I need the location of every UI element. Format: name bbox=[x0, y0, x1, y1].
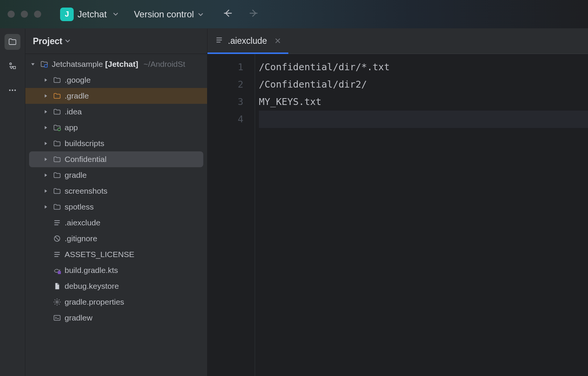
chevron-right-icon[interactable] bbox=[42, 173, 50, 178]
folder-icon bbox=[53, 108, 62, 116]
vcs-selector[interactable]: Version control bbox=[134, 9, 204, 20]
folder-icon bbox=[53, 171, 62, 179]
file-icon bbox=[53, 282, 62, 290]
project-selector[interactable]: J Jetchat bbox=[56, 5, 122, 23]
project-panel-header[interactable]: Project bbox=[25, 29, 207, 54]
tree-item[interactable]: gradle bbox=[25, 167, 207, 183]
tree-root[interactable]: Jetchatsample [Jetchat] ~/AndroidSt bbox=[25, 56, 207, 72]
tree-item[interactable]: gradlew bbox=[25, 310, 207, 326]
tree-item[interactable]: .gradle bbox=[25, 88, 207, 104]
close-icon[interactable] bbox=[275, 36, 281, 46]
tool-strip bbox=[0, 29, 25, 376]
vcs-label: Version control bbox=[134, 9, 194, 20]
editor-tab[interactable]: .aiexclude bbox=[207, 28, 288, 54]
textfile-icon bbox=[53, 250, 62, 259]
svg-rect-1 bbox=[13, 66, 15, 69]
nav-forward-button bbox=[248, 8, 259, 20]
svg-point-3 bbox=[12, 89, 13, 91]
project-tool-button[interactable] bbox=[5, 34, 20, 50]
chevron-right-icon[interactable] bbox=[42, 204, 50, 210]
tree-item-label: buildscripts bbox=[65, 139, 104, 148]
code-line[interactable]: MY_KEYS.txt bbox=[259, 93, 588, 111]
tree-root-path: ~/AndroidSt bbox=[144, 60, 185, 69]
titlebar: J Jetchat Version control bbox=[0, 0, 588, 29]
svg-point-9 bbox=[56, 301, 58, 303]
tree-item[interactable]: Confidential bbox=[29, 151, 203, 167]
tree-item[interactable]: gradle.properties bbox=[25, 294, 207, 310]
nav-arrows bbox=[223, 8, 259, 20]
folder-icon bbox=[53, 203, 62, 211]
svg-rect-8 bbox=[58, 271, 61, 274]
svg-rect-5 bbox=[45, 65, 47, 67]
editor-tabbar: .aiexclude bbox=[207, 29, 588, 54]
tree-item-label: debug.keystore bbox=[65, 282, 119, 291]
tree-item[interactable]: .aiexclude bbox=[25, 215, 207, 231]
tree-item-label: gradlew bbox=[65, 313, 93, 322]
tree-item-label: .aiexclude bbox=[65, 218, 101, 227]
line-number: 1 bbox=[207, 59, 243, 76]
tree-item-label: screenshots bbox=[65, 186, 107, 196]
tree-item[interactable]: app bbox=[25, 120, 207, 136]
line-number: 3 bbox=[207, 93, 243, 111]
tree-item[interactable]: buildscripts bbox=[25, 136, 207, 151]
svg-point-2 bbox=[9, 89, 11, 91]
shell-icon bbox=[53, 314, 62, 322]
tree-item-label: .gitignore bbox=[65, 234, 97, 243]
code-editor[interactable]: 1234 /Confidential/dir/*.txt/Confidentia… bbox=[207, 54, 588, 376]
tree-item[interactable]: .idea bbox=[25, 104, 207, 120]
chevron-down-icon bbox=[198, 9, 204, 20]
tree-item-label: gradle.properties bbox=[65, 297, 124, 307]
svg-point-0 bbox=[10, 63, 12, 65]
tab-filename: .aiexclude bbox=[228, 36, 267, 46]
chevron-right-icon[interactable] bbox=[42, 125, 50, 130]
code-lines[interactable]: /Confidential/dir/*.txt/Confidential/dir… bbox=[255, 54, 588, 376]
chevron-down-icon[interactable] bbox=[29, 62, 37, 67]
module-icon bbox=[53, 123, 62, 132]
traffic-min[interactable] bbox=[21, 11, 28, 18]
window-controls bbox=[8, 11, 41, 18]
chevron-right-icon[interactable] bbox=[42, 188, 50, 194]
tree-item[interactable]: ASSETS_LICENSE bbox=[25, 247, 207, 262]
code-line[interactable]: /Confidential/dir2/ bbox=[259, 76, 588, 93]
chevron-right-icon[interactable] bbox=[42, 141, 50, 146]
folder-icon bbox=[53, 155, 62, 163]
folder-icon bbox=[53, 76, 62, 84]
textfile-icon bbox=[215, 36, 223, 46]
tree-item-label: gradle bbox=[65, 171, 87, 180]
tree-item[interactable]: debug.keystore bbox=[25, 278, 207, 294]
traffic-close[interactable] bbox=[8, 11, 15, 18]
project-tree[interactable]: Jetchatsample [Jetchat] ~/AndroidSt .goo… bbox=[25, 54, 207, 376]
tree-item-label: spotless bbox=[65, 202, 94, 211]
textfile-icon bbox=[53, 219, 62, 227]
line-number: 2 bbox=[207, 76, 243, 93]
folder-icon bbox=[53, 139, 62, 148]
tree-item[interactable]: spotless bbox=[25, 199, 207, 215]
more-tool-button[interactable] bbox=[5, 82, 20, 98]
tree-root-label: Jetchatsample [Jetchat] bbox=[52, 60, 138, 69]
folder-icon bbox=[53, 92, 62, 100]
tree-item-label: ASSETS_LICENSE bbox=[65, 250, 134, 259]
tree-item-label: .google bbox=[65, 76, 91, 85]
tree-item-label: Confidential bbox=[65, 155, 107, 164]
tree-item[interactable]: build.gradle.kts bbox=[25, 262, 207, 278]
svg-point-6 bbox=[58, 128, 60, 131]
svg-rect-10 bbox=[54, 316, 60, 321]
chevron-right-icon[interactable] bbox=[42, 93, 50, 99]
svg-point-4 bbox=[14, 89, 16, 91]
code-line[interactable]: /Confidential/dir/*.txt bbox=[259, 59, 588, 76]
code-line[interactable] bbox=[259, 111, 588, 128]
tree-item[interactable]: screenshots bbox=[25, 183, 207, 199]
chevron-right-icon[interactable] bbox=[42, 157, 50, 162]
structure-tool-button[interactable] bbox=[5, 58, 20, 74]
chevron-down-icon bbox=[65, 37, 71, 46]
chevron-right-icon[interactable] bbox=[42, 77, 50, 83]
traffic-max[interactable] bbox=[34, 11, 41, 18]
nav-back-button[interactable] bbox=[223, 8, 233, 20]
gradlekts-icon bbox=[53, 266, 62, 274]
chevron-right-icon[interactable] bbox=[42, 109, 50, 114]
tree-item-label: .gradle bbox=[65, 91, 89, 100]
line-number: 4 bbox=[207, 111, 243, 128]
tree-item[interactable]: .gitignore bbox=[25, 231, 207, 247]
tree-item[interactable]: .google bbox=[25, 72, 207, 88]
gear-icon bbox=[53, 298, 62, 306]
